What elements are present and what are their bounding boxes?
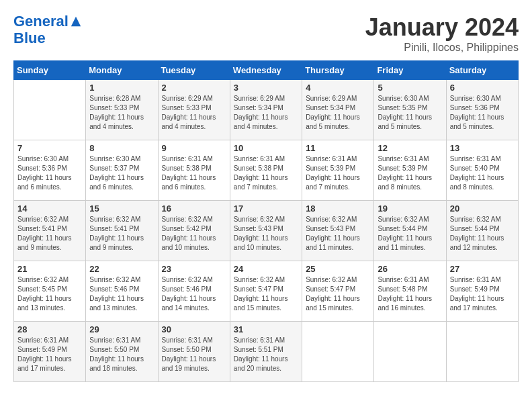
calendar-cell: 7Sunrise: 6:30 AMSunset: 5:36 PMDaylight…	[14, 140, 86, 201]
day-number: 11	[306, 143, 370, 153]
day-number: 12	[378, 143, 442, 153]
day-info: Sunrise: 6:32 AMSunset: 5:44 PMDaylight:…	[378, 215, 442, 253]
calendar-cell: 11Sunrise: 6:31 AMSunset: 5:39 PMDayligh…	[302, 140, 374, 201]
day-info: Sunrise: 6:32 AMSunset: 5:47 PMDaylight:…	[234, 275, 298, 313]
day-info: Sunrise: 6:31 AMSunset: 5:49 PMDaylight:…	[450, 275, 515, 313]
day-info: Sunrise: 6:32 AMSunset: 5:41 PMDaylight:…	[89, 215, 154, 253]
calendar-cell: 8Sunrise: 6:30 AMSunset: 5:37 PMDaylight…	[86, 140, 158, 201]
calendar-cell: 17Sunrise: 6:32 AMSunset: 5:43 PMDayligh…	[230, 201, 302, 261]
calendar-cell: 25Sunrise: 6:32 AMSunset: 5:47 PMDayligh…	[302, 261, 374, 322]
calendar-cell: 10Sunrise: 6:31 AMSunset: 5:38 PMDayligh…	[230, 140, 302, 201]
day-number: 15	[89, 203, 154, 214]
day-number: 4	[306, 83, 370, 93]
day-number: 6	[450, 83, 515, 93]
calendar-cell: 1Sunrise: 6:28 AMSunset: 5:33 PMDaylight…	[86, 80, 158, 140]
day-number: 26	[378, 264, 442, 274]
logo-general: General	[13, 13, 69, 30]
calendar-cell: 21Sunrise: 6:32 AMSunset: 5:45 PMDayligh…	[14, 261, 86, 322]
day-number: 17	[234, 203, 298, 214]
title-block: January 2024 Pinili, Ilocos, Philippines	[365, 13, 519, 54]
logo-icon	[70, 15, 82, 28]
day-info: Sunrise: 6:31 AMSunset: 5:38 PMDaylight:…	[234, 154, 298, 192]
calendar-cell: 16Sunrise: 6:32 AMSunset: 5:42 PMDayligh…	[158, 201, 230, 261]
calendar-week-1: 7Sunrise: 6:30 AMSunset: 5:36 PMDaylight…	[14, 140, 519, 201]
calendar-week-0: 1Sunrise: 6:28 AMSunset: 5:33 PMDaylight…	[14, 80, 519, 140]
calendar-cell	[14, 80, 86, 140]
day-number: 3	[234, 83, 298, 93]
day-info: Sunrise: 6:29 AMSunset: 5:34 PMDaylight:…	[306, 94, 370, 132]
day-info: Sunrise: 6:31 AMSunset: 5:39 PMDaylight:…	[306, 154, 370, 192]
calendar-cell: 30Sunrise: 6:31 AMSunset: 5:50 PMDayligh…	[158, 322, 230, 382]
day-number: 30	[162, 324, 226, 334]
day-info: Sunrise: 6:28 AMSunset: 5:33 PMDaylight:…	[89, 94, 154, 132]
calendar-cell	[446, 322, 518, 382]
calendar-cell: 9Sunrise: 6:31 AMSunset: 5:38 PMDaylight…	[158, 140, 230, 201]
day-number: 5	[378, 83, 442, 93]
day-number: 13	[450, 143, 515, 153]
day-info: Sunrise: 6:29 AMSunset: 5:34 PMDaylight:…	[234, 94, 298, 132]
calendar-cell: 6Sunrise: 6:30 AMSunset: 5:36 PMDaylight…	[446, 80, 518, 140]
day-info: Sunrise: 6:32 AMSunset: 5:43 PMDaylight:…	[234, 215, 298, 253]
day-number: 7	[17, 143, 82, 153]
month-title: January 2024	[365, 13, 519, 42]
calendar-cell: 3Sunrise: 6:29 AMSunset: 5:34 PMDaylight…	[230, 80, 302, 140]
calendar-cell: 15Sunrise: 6:32 AMSunset: 5:41 PMDayligh…	[86, 201, 158, 261]
page-header: General Blue January 2024 Pinili, Ilocos…	[13, 13, 519, 54]
calendar-cell: 12Sunrise: 6:31 AMSunset: 5:39 PMDayligh…	[374, 140, 446, 201]
day-number: 19	[378, 203, 442, 214]
day-info: Sunrise: 6:32 AMSunset: 5:44 PMDaylight:…	[450, 215, 515, 253]
header-wednesday: Wednesday	[230, 61, 302, 80]
day-number: 2	[162, 83, 226, 93]
calendar-cell: 24Sunrise: 6:32 AMSunset: 5:47 PMDayligh…	[230, 261, 302, 322]
calendar-cell	[374, 322, 446, 382]
day-number: 14	[17, 203, 82, 214]
day-info: Sunrise: 6:30 AMSunset: 5:37 PMDaylight:…	[89, 154, 154, 192]
logo: General Blue	[13, 13, 82, 47]
day-number: 18	[306, 203, 370, 214]
day-info: Sunrise: 6:31 AMSunset: 5:38 PMDaylight:…	[162, 154, 226, 192]
location: Pinili, Ilocos, Philippines	[365, 42, 519, 54]
day-info: Sunrise: 6:32 AMSunset: 5:43 PMDaylight:…	[306, 215, 370, 253]
day-info: Sunrise: 6:30 AMSunset: 5:35 PMDaylight:…	[378, 94, 442, 132]
day-info: Sunrise: 6:32 AMSunset: 5:46 PMDaylight:…	[89, 275, 154, 313]
day-number: 22	[89, 264, 154, 274]
header-friday: Friday	[374, 61, 446, 80]
header-tuesday: Tuesday	[158, 61, 230, 80]
day-number: 29	[89, 324, 154, 334]
day-number: 23	[162, 264, 226, 274]
day-info: Sunrise: 6:31 AMSunset: 5:40 PMDaylight:…	[450, 154, 515, 192]
header-saturday: Saturday	[446, 61, 518, 80]
header-monday: Monday	[86, 61, 158, 80]
calendar-week-3: 21Sunrise: 6:32 AMSunset: 5:45 PMDayligh…	[14, 261, 519, 322]
day-info: Sunrise: 6:30 AMSunset: 5:36 PMDaylight:…	[450, 94, 515, 132]
logo-text: General	[13, 13, 69, 30]
day-info: Sunrise: 6:31 AMSunset: 5:50 PMDaylight:…	[162, 336, 226, 373]
day-number: 9	[162, 143, 226, 153]
day-info: Sunrise: 6:31 AMSunset: 5:39 PMDaylight:…	[378, 154, 442, 192]
calendar-cell: 13Sunrise: 6:31 AMSunset: 5:40 PMDayligh…	[446, 140, 518, 201]
day-number: 21	[17, 264, 82, 274]
day-number: 27	[450, 264, 515, 274]
day-number: 16	[162, 203, 226, 214]
calendar-cell: 5Sunrise: 6:30 AMSunset: 5:35 PMDaylight…	[374, 80, 446, 140]
day-info: Sunrise: 6:31 AMSunset: 5:48 PMDaylight:…	[378, 275, 442, 313]
calendar-header-row: SundayMondayTuesdayWednesdayThursdayFrid…	[14, 61, 519, 80]
day-number: 28	[17, 324, 82, 334]
calendar-week-2: 14Sunrise: 6:32 AMSunset: 5:41 PMDayligh…	[14, 201, 519, 261]
calendar-cell: 23Sunrise: 6:32 AMSunset: 5:46 PMDayligh…	[158, 261, 230, 322]
header-sunday: Sunday	[14, 61, 86, 80]
calendar-cell: 4Sunrise: 6:29 AMSunset: 5:34 PMDaylight…	[302, 80, 374, 140]
calendar-cell: 20Sunrise: 6:32 AMSunset: 5:44 PMDayligh…	[446, 201, 518, 261]
calendar-cell: 29Sunrise: 6:31 AMSunset: 5:50 PMDayligh…	[86, 322, 158, 382]
calendar-cell	[302, 322, 374, 382]
calendar-cell: 19Sunrise: 6:32 AMSunset: 5:44 PMDayligh…	[374, 201, 446, 261]
day-info: Sunrise: 6:32 AMSunset: 5:47 PMDaylight:…	[306, 275, 370, 313]
day-info: Sunrise: 6:31 AMSunset: 5:51 PMDaylight:…	[234, 336, 298, 373]
header-thursday: Thursday	[302, 61, 374, 80]
calendar-week-4: 28Sunrise: 6:31 AMSunset: 5:49 PMDayligh…	[14, 322, 519, 382]
day-info: Sunrise: 6:32 AMSunset: 5:41 PMDaylight:…	[17, 215, 82, 253]
day-info: Sunrise: 6:31 AMSunset: 5:50 PMDaylight:…	[89, 336, 154, 373]
day-number: 25	[306, 264, 370, 274]
day-number: 10	[234, 143, 298, 153]
day-number: 31	[234, 324, 298, 334]
